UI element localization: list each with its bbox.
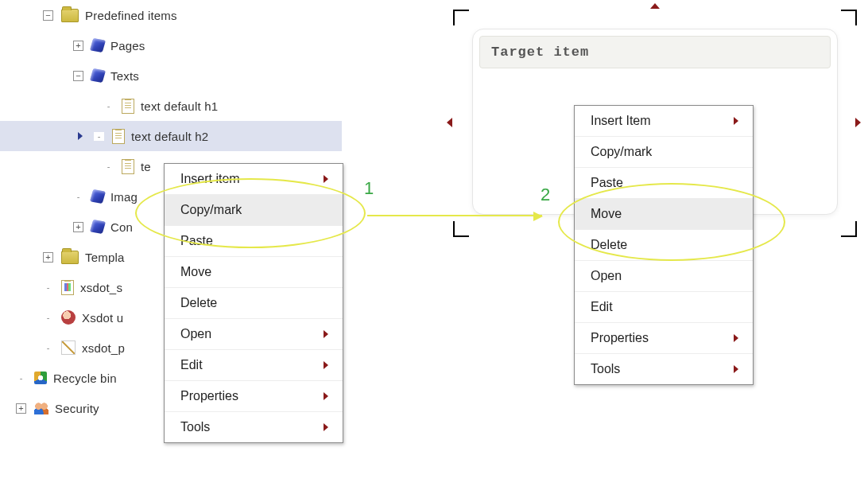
menu-label: Edit bbox=[591, 300, 613, 314]
menu-label: Move bbox=[180, 265, 211, 279]
menu-label: Copy/mark bbox=[591, 145, 652, 159]
tree-item-predefined[interactable]: − Predefined items bbox=[0, 0, 342, 30]
submenu-arrow-icon bbox=[324, 330, 328, 338]
recycle-icon bbox=[34, 372, 47, 384]
collapse-toggle[interactable]: − bbox=[73, 71, 83, 81]
tree-label: text default h2 bbox=[131, 130, 208, 143]
context-menu-source[interactable]: Insert item Copy/mark Paste Move Delete … bbox=[164, 163, 343, 443]
menu-label: Delete bbox=[180, 296, 217, 310]
folder-icon bbox=[61, 251, 79, 264]
menu-copy-mark[interactable]: Copy/mark bbox=[575, 136, 753, 167]
menu-properties[interactable]: Properties bbox=[575, 322, 753, 353]
users-icon bbox=[34, 402, 48, 414]
tree-label: Security bbox=[55, 402, 99, 415]
menu-properties[interactable]: Properties bbox=[165, 380, 343, 411]
step-number-1: 1 bbox=[364, 178, 374, 199]
crop-corner-bl[interactable] bbox=[453, 221, 469, 237]
pencil-icon bbox=[61, 340, 76, 355]
submenu-arrow-icon bbox=[734, 365, 738, 373]
menu-label: Properties bbox=[180, 389, 238, 403]
selection-arrow-icon bbox=[78, 132, 83, 140]
menu-insert-item[interactable]: Insert item bbox=[165, 164, 343, 194]
menu-tools[interactable]: Tools bbox=[165, 411, 343, 442]
tree-item-text-h2[interactable]: - text default h2 bbox=[0, 121, 342, 151]
tree-item-pages[interactable]: + Pages bbox=[0, 30, 342, 60]
expand-toggle[interactable]: + bbox=[43, 252, 53, 263]
menu-label: Open bbox=[591, 269, 622, 283]
tree-label: Texts bbox=[110, 69, 139, 83]
tree-label: Pages bbox=[110, 39, 145, 53]
menu-tools[interactable]: Tools bbox=[575, 353, 753, 384]
crop-corner-tr[interactable] bbox=[841, 10, 857, 25]
expand-toggle[interactable]: + bbox=[16, 403, 26, 414]
menu-move[interactable]: Move bbox=[165, 256, 343, 287]
submenu-arrow-icon bbox=[324, 423, 328, 431]
tree-label: te bbox=[141, 160, 151, 173]
module-icon bbox=[90, 68, 106, 83]
tree-label: text default h1 bbox=[141, 99, 218, 113]
menu-label: Properties bbox=[591, 331, 649, 345]
tree-label: xsdot_s bbox=[80, 281, 122, 294]
menu-label: Edit bbox=[180, 358, 203, 372]
target-item-title: Target item bbox=[479, 36, 831, 68]
tree-label: Predefined items bbox=[85, 9, 177, 22]
submenu-arrow-icon bbox=[734, 117, 738, 125]
menu-label: Copy/mark bbox=[180, 203, 242, 217]
tree-label: Con bbox=[110, 220, 133, 234]
module-icon bbox=[90, 38, 106, 53]
menu-open[interactable]: Open bbox=[165, 318, 343, 349]
crop-corner-br[interactable] bbox=[841, 221, 857, 237]
leaf-marker: - bbox=[43, 344, 53, 352]
menu-label: Paste bbox=[591, 176, 623, 190]
submenu-arrow-icon bbox=[734, 334, 738, 342]
tree-item-text-h1[interactable]: - text default h1 bbox=[0, 91, 342, 121]
leaf-marker: - bbox=[103, 162, 114, 171]
tree-label: Xsdot u bbox=[82, 311, 123, 325]
menu-move[interactable]: Move bbox=[575, 198, 753, 229]
menu-label: Tools bbox=[591, 362, 620, 376]
tree-label: Templa bbox=[85, 251, 125, 264]
tree-label: xsdot_p bbox=[82, 341, 125, 355]
collapse-toggle[interactable]: − bbox=[43, 10, 53, 21]
folder-icon bbox=[61, 9, 79, 22]
menu-label: Insert item bbox=[180, 172, 240, 186]
leaf-marker: - bbox=[103, 102, 114, 111]
menu-label: Delete bbox=[591, 238, 627, 252]
page-icon bbox=[112, 129, 125, 144]
tree-label: Imag bbox=[110, 190, 138, 204]
menu-edit[interactable]: Edit bbox=[165, 349, 343, 380]
expand-toggle[interactable]: + bbox=[73, 41, 83, 51]
menu-open[interactable]: Open bbox=[575, 260, 753, 291]
avatar-icon bbox=[61, 310, 76, 325]
menu-edit[interactable]: Edit bbox=[575, 291, 753, 322]
menu-copy-mark[interactable]: Copy/mark bbox=[165, 194, 343, 225]
module-icon bbox=[90, 189, 106, 204]
tree-label: Recycle bin bbox=[53, 372, 117, 385]
leaf-marker: - bbox=[43, 283, 53, 292]
callout-arrow bbox=[367, 215, 542, 216]
menu-label: Insert Item bbox=[591, 114, 651, 128]
menu-paste[interactable]: Paste bbox=[165, 225, 343, 256]
submenu-arrow-icon bbox=[324, 392, 328, 400]
context-menu-target[interactable]: Insert Item Copy/mark Paste Move Delete … bbox=[574, 105, 754, 385]
menu-label: Tools bbox=[180, 420, 210, 434]
menu-insert-item[interactable]: Insert Item bbox=[575, 106, 753, 136]
resize-handle-right[interactable] bbox=[855, 118, 861, 127]
menu-delete[interactable]: Delete bbox=[165, 287, 343, 318]
leaf-marker: - bbox=[43, 313, 53, 322]
crop-corner-tl[interactable] bbox=[453, 10, 469, 25]
leaf-marker: - bbox=[94, 132, 104, 141]
expand-toggle[interactable]: + bbox=[73, 222, 83, 232]
menu-label: Move bbox=[591, 207, 622, 221]
menu-paste[interactable]: Paste bbox=[575, 167, 753, 198]
menu-label: Open bbox=[180, 327, 211, 341]
submenu-arrow-icon bbox=[324, 175, 328, 183]
tree-item-texts[interactable]: − Texts bbox=[0, 60, 342, 91]
page-icon bbox=[122, 99, 134, 114]
module-icon bbox=[90, 220, 106, 234]
leaf-marker: - bbox=[73, 193, 83, 201]
menu-delete[interactable]: Delete bbox=[575, 229, 753, 260]
resize-handle-top[interactable] bbox=[650, 3, 660, 9]
grid-page-icon bbox=[61, 280, 74, 295]
resize-handle-left[interactable] bbox=[447, 118, 452, 127]
